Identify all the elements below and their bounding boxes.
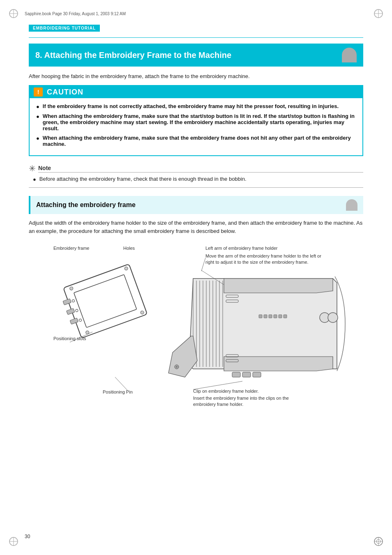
corner-mark-bl: [7, 535, 20, 548]
sub-heading-text: Attaching the embroidery frame: [36, 201, 136, 209]
svg-point-24: [140, 311, 144, 315]
caution-exclamation: !: [37, 89, 39, 95]
corner-mark-tr: [372, 7, 385, 20]
intro-text: After hooping the fabric in the embroide…: [29, 73, 363, 79]
page-number: 30: [25, 534, 30, 539]
svg-rect-13: [63, 264, 147, 338]
diagram-area: Embroidery frame Holes Positioning slots…: [29, 242, 363, 422]
caution-item-1: If the embroidery frame is not correctly…: [36, 103, 356, 110]
sub-heading-tab: [346, 199, 357, 211]
caution-item-3: When attaching the embroidery frame, mak…: [36, 135, 356, 147]
svg-point-18: [71, 299, 75, 303]
section-label: EMBROIDERING TUTORIAL: [29, 25, 100, 32]
svg-point-50: [176, 366, 178, 368]
svg-point-20: [79, 319, 82, 322]
svg-line-25: [70, 332, 92, 342]
heading-tab: [342, 48, 357, 62]
svg-rect-16: [67, 308, 75, 315]
main-heading: 8. Attaching the Embroidery Frame to the…: [29, 44, 363, 67]
svg-point-21: [69, 286, 74, 290]
svg-point-19: [75, 309, 78, 312]
corner-mark-br: [372, 535, 385, 548]
svg-rect-44: [284, 315, 287, 318]
file-info: Sapphire.book Page 30 Friday, August 1, …: [25, 12, 126, 16]
svg-rect-51: [232, 372, 240, 377]
note-list: Before attaching the embroidery frame, c…: [29, 176, 363, 182]
sub-heading: Attaching the embroidery frame: [29, 196, 363, 214]
svg-line-56: [193, 381, 242, 389]
main-content: EMBROIDERING TUTORIAL 8. Attaching the E…: [29, 25, 363, 422]
svg-point-22: [124, 266, 128, 270]
svg-rect-39: [259, 315, 262, 318]
svg-rect-17: [70, 318, 78, 325]
caution-box: ! CAUTION If the embroidery frame is not…: [29, 85, 363, 156]
diagram-svg: [29, 242, 366, 422]
svg-rect-40: [264, 315, 267, 318]
caution-title: CAUTION: [47, 88, 83, 97]
svg-line-26: [115, 377, 127, 390]
caution-list: If the embroidery frame is not correctly…: [36, 103, 356, 147]
svg-point-23: [85, 330, 90, 334]
svg-rect-52: [242, 372, 251, 377]
corner-mark-tl: [7, 7, 20, 20]
svg-rect-14: [74, 274, 137, 327]
svg-rect-41: [269, 315, 272, 318]
note-item-1: Before attaching the embroidery frame, c…: [33, 176, 363, 182]
svg-rect-43: [279, 315, 282, 318]
caution-header: ! CAUTION: [30, 86, 362, 98]
note-header: ✳ Note: [29, 164, 363, 173]
sub-intro: Adjust the width of the embroidery frame…: [29, 219, 363, 235]
note-box: ✳ Note Before attaching the embroidery f…: [29, 164, 363, 188]
main-heading-text: 8. Attaching the Embroidery Frame to the…: [35, 51, 231, 60]
svg-rect-15: [63, 299, 71, 305]
svg-line-55: [201, 258, 205, 271]
caution-icon: !: [34, 88, 43, 97]
note-title: Note: [38, 165, 363, 173]
note-snowflake-icon: ✳: [29, 164, 36, 173]
svg-point-38: [328, 313, 338, 322]
svg-rect-53: [253, 372, 261, 377]
svg-rect-42: [274, 315, 277, 318]
caution-item-2: When attaching the embroidery frame, mak…: [36, 113, 356, 131]
